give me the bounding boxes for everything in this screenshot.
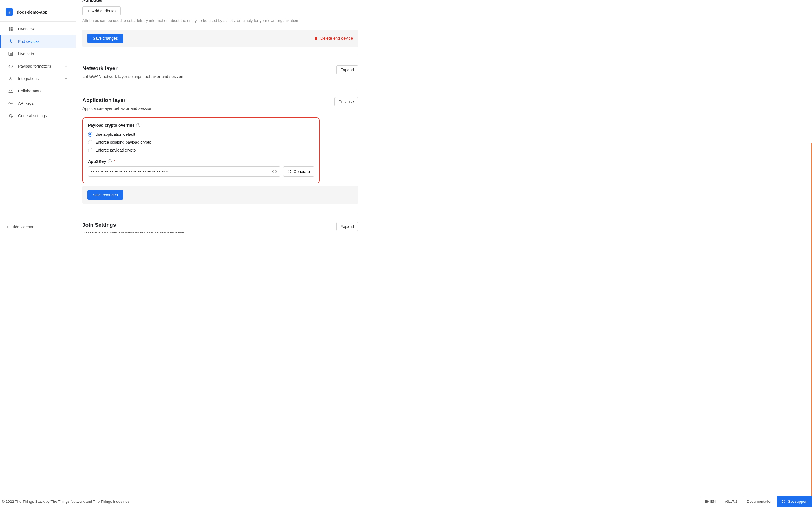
visibility-toggle[interactable] — [270, 169, 277, 174]
plus-icon — [87, 9, 90, 13]
save-label: Save changes — [93, 193, 118, 197]
appskey-row: •• •• •• •• •• •• •• •• •• •• •• •• •• •… — [88, 166, 314, 177]
radio-use-default[interactable]: Use application default — [88, 130, 314, 138]
nav-api-keys[interactable]: API keys — [0, 97, 76, 110]
svg-point-7 — [10, 40, 11, 41]
code-icon — [8, 63, 13, 69]
nav-overview[interactable]: Overview — [0, 23, 76, 35]
application-layer-sub: Application-layer behavior and session — [82, 106, 152, 111]
svg-rect-3 — [9, 27, 10, 29]
nav-label: Collaborators — [18, 89, 42, 93]
key-icon — [8, 101, 13, 106]
network-layer-panel: Network layer LoRaWAN network-layer sett… — [82, 65, 358, 79]
payload-crypto-highlight: Payload crypto override ? Use applicatio… — [82, 117, 320, 183]
appskey-value: •• •• •• •• •• •• •• •• •• •• •• •• •• •… — [91, 169, 270, 174]
nav-label: API keys — [18, 101, 34, 106]
network-layer-title: Network layer — [82, 65, 183, 71]
svg-rect-2 — [10, 11, 10, 13]
chevron-down-icon — [64, 76, 68, 80]
app-name[interactable]: docs-demo-app — [17, 10, 47, 14]
radio-enforce-crypto[interactable]: Enforce payload crypto — [88, 146, 314, 154]
nav-label: Overview — [18, 27, 35, 31]
radio-skip-crypto[interactable]: Enforce skipping payload crypto — [88, 138, 314, 146]
appskey-label: AppSKey — [88, 159, 106, 164]
delete-end-device-button[interactable]: Delete end device — [314, 36, 353, 41]
sidebar-header: docs-demo-app — [0, 0, 76, 22]
svg-point-18 — [274, 171, 275, 172]
svg-rect-0 — [8, 12, 8, 13]
nav-label: Integrations — [18, 76, 39, 81]
delete-label: Delete end device — [320, 36, 353, 41]
hide-sidebar-label: Hide sidebar — [11, 225, 34, 229]
people-icon — [8, 88, 13, 94]
eye-icon — [272, 169, 277, 174]
application-layer-title: Application layer — [82, 97, 152, 103]
sidebar: docs-demo-app Overview End devices Live … — [0, 0, 76, 233]
nav-end-devices[interactable]: End devices — [0, 35, 76, 48]
radio-label: Enforce skipping payload crypto — [95, 140, 151, 145]
divider — [82, 213, 358, 213]
svg-point-16 — [11, 90, 12, 91]
save-changes-button[interactable]: Save changes — [87, 190, 123, 200]
app-icon — [6, 8, 13, 16]
payload-crypto-text: Payload crypto override — [88, 123, 135, 128]
svg-rect-9 — [10, 54, 10, 55]
network-layer-sub: LoRaWAN network-layer settings, behavior… — [82, 74, 183, 79]
add-attributes-label: Add attributes — [92, 9, 116, 13]
nav-live-data[interactable]: Live data — [0, 48, 76, 60]
add-attributes-button[interactable]: Add attributes — [82, 6, 121, 15]
payload-crypto-label: Payload crypto override ? — [88, 123, 140, 128]
generate-label: Generate — [294, 169, 310, 174]
expand-label: Expand — [341, 224, 354, 229]
svg-rect-4 — [11, 27, 13, 28]
svg-point-14 — [11, 79, 12, 80]
nav-label: End devices — [18, 39, 40, 44]
radio-label: Use application default — [95, 132, 135, 136]
join-settings-sub: Root keys and network settings for end d… — [82, 231, 185, 233]
attributes-section: Attributes Add attributes Attributes can… — [82, 0, 358, 47]
chart-icon — [8, 51, 13, 57]
svg-rect-10 — [10, 53, 11, 55]
attributes-helper: Attributes can be used to set arbitrary … — [82, 18, 358, 23]
svg-rect-11 — [11, 53, 12, 55]
expand-label: Expand — [341, 68, 354, 72]
nav-label: General settings — [18, 114, 47, 118]
payload-crypto-radio-group: Use application default Enforce skipping… — [88, 130, 314, 154]
application-layer-panel: Application layer Application-layer beha… — [82, 97, 358, 111]
divider — [82, 88, 358, 88]
hide-sidebar-button[interactable]: Hide sidebar — [0, 221, 76, 233]
svg-point-15 — [9, 90, 11, 91]
appskey-input[interactable]: •• •• •• •• •• •• •• •• •• •• •• •• •• •… — [88, 166, 280, 177]
svg-rect-1 — [9, 11, 10, 13]
nav-integrations[interactable]: Integrations — [0, 72, 76, 85]
nav-collaborators[interactable]: Collaborators — [0, 85, 76, 97]
svg-rect-5 — [11, 29, 13, 31]
svg-rect-6 — [9, 29, 10, 31]
refresh-icon — [287, 170, 291, 173]
join-settings-panel: Join Settings Root keys and network sett… — [82, 222, 358, 233]
required-star: * — [114, 160, 115, 163]
nav-general-settings[interactable]: General settings — [0, 110, 76, 122]
expand-join-button[interactable]: Expand — [336, 222, 358, 231]
expand-network-button[interactable]: Expand — [336, 65, 358, 74]
application-action-bar: Save changes — [82, 186, 358, 204]
dashboard-icon — [8, 26, 13, 32]
main-content: Attributes Add attributes Attributes can… — [76, 0, 812, 233]
nav-label: Payload formatters — [18, 64, 51, 68]
chevron-left-icon — [6, 225, 9, 229]
collapse-application-button[interactable]: Collapse — [335, 97, 358, 106]
generate-button[interactable]: Generate — [283, 166, 314, 177]
help-icon[interactable]: ? — [136, 123, 140, 127]
svg-point-17 — [9, 103, 10, 104]
gear-icon — [8, 113, 13, 119]
attributes-heading: Attributes — [82, 0, 358, 3]
collapse-label: Collapse — [339, 100, 354, 104]
appskey-label-row: AppSKey ? * — [88, 159, 115, 164]
nav-payload-formatters[interactable]: Payload formatters — [0, 60, 76, 72]
svg-point-13 — [9, 79, 10, 80]
join-settings-title: Join Settings — [82, 222, 185, 228]
save-changes-button[interactable]: Save changes — [87, 34, 123, 43]
radio-label: Enforce payload crypto — [95, 148, 136, 152]
help-icon[interactable]: ? — [108, 159, 112, 163]
svg-point-12 — [10, 76, 11, 77]
